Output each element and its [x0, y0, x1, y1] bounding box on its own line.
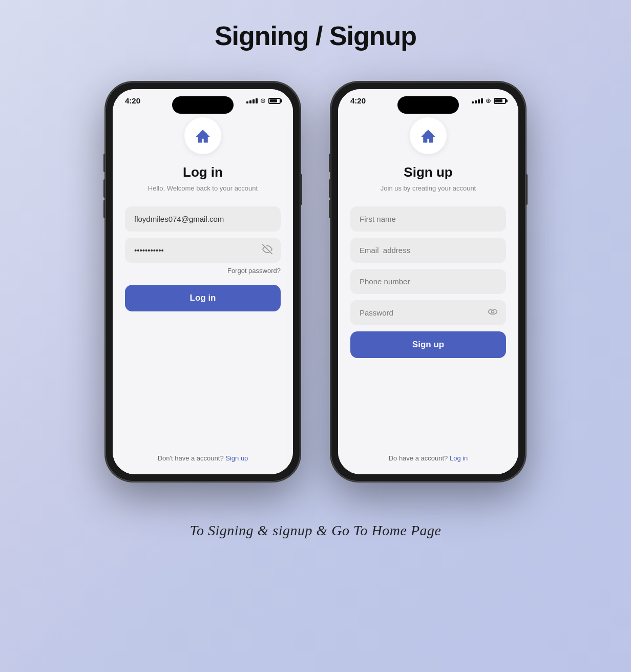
signup-title: Sign up [404, 164, 452, 180]
signup-password-wrapper [350, 300, 506, 325]
page-title: Signing / Signup [215, 20, 416, 51]
signup-dynamic-island [397, 96, 459, 114]
battery-icon [268, 98, 281, 104]
login-house-icon [193, 126, 213, 145]
signup-login-link[interactable]: Log in [450, 454, 468, 462]
signup-email-wrapper [350, 238, 506, 263]
login-dynamic-island [172, 96, 234, 114]
signal-icon [246, 98, 258, 103]
svg-point-2 [492, 310, 494, 313]
signup-signal-icon [472, 98, 483, 103]
phones-container: 4:20 ⊛ [106, 82, 525, 481]
login-bottom-link: Don't have a account? Sign up [158, 446, 248, 462]
login-email-input[interactable] [125, 206, 281, 232]
signup-screen-content: Sign up Join us by creating your account [338, 107, 518, 474]
signup-battery-icon [494, 98, 506, 104]
login-password-wrapper [125, 238, 281, 263]
signup-phone-screen: 4:20 ⊛ [338, 89, 518, 474]
signup-bottom-link: Do have a account? Log in [389, 446, 468, 462]
login-status-time: 4:20 [125, 96, 140, 105]
signup-bottom-text: Do have a account? [389, 454, 448, 462]
signup-logo-circle [410, 117, 447, 154]
eye-slash-icon[interactable] [262, 244, 272, 257]
login-signup-link[interactable]: Sign up [225, 454, 248, 462]
signup-firstname-input[interactable] [350, 206, 506, 232]
signup-wifi-icon: ⊛ [486, 97, 491, 104]
login-bottom-text: Don't have a account? [158, 454, 224, 462]
login-button[interactable]: Log in [125, 285, 281, 311]
signup-eye-icon[interactable] [488, 306, 498, 319]
forgot-password-link[interactable]: Forgot password? [227, 267, 281, 275]
svg-point-1 [489, 309, 497, 314]
signup-phone-wrapper [350, 269, 506, 294]
signup-password-input[interactable] [350, 300, 506, 325]
login-phone-frame: 4:20 ⊛ [106, 82, 300, 481]
login-status-icons: ⊛ [246, 97, 281, 104]
login-screen-content: Log in Hello, Welcome back to your accou… [113, 107, 293, 474]
footer-text: To Signing & signup & Go To Home Page [190, 522, 441, 539]
login-title: Log in [183, 164, 223, 180]
login-email-wrapper [125, 206, 281, 232]
signup-status-icons: ⊛ [472, 97, 506, 104]
signup-house-icon [418, 126, 438, 145]
signup-email-input[interactable] [350, 238, 506, 263]
signup-phone-frame: 4:20 ⊛ [331, 82, 525, 481]
signup-phone-input[interactable] [350, 269, 506, 294]
signup-subtitle: Join us by creating your account [381, 184, 476, 192]
signup-status-time: 4:20 [350, 96, 366, 105]
login-logo-circle [184, 117, 221, 154]
login-phone-screen: 4:20 ⊛ [113, 89, 293, 474]
signup-firstname-wrapper [350, 206, 506, 232]
signup-button[interactable]: Sign up [350, 331, 506, 358]
login-subtitle: Hello, Welcome back to your account [148, 184, 258, 192]
login-password-input[interactable] [125, 238, 281, 263]
wifi-icon: ⊛ [260, 97, 266, 104]
